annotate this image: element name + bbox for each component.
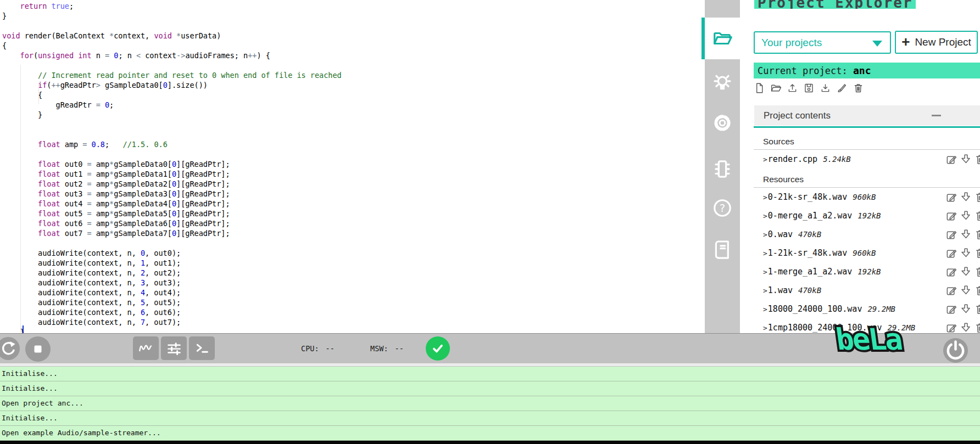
code-line: audioWrite(context, n, 2, out2); (0, 268, 702, 278)
projects-dropdown[interactable]: Your projects (754, 31, 891, 54)
cpu-meter: CPU:-- (301, 334, 335, 364)
file-name[interactable]: 1-merge_a1_a2.wav (768, 267, 853, 277)
edit-file-icon[interactable] (945, 228, 958, 241)
code-line: float out1 = amp*gSampleData1[0][gReadPt… (0, 169, 702, 179)
download-file-icon[interactable] (960, 303, 972, 316)
file-row[interactable]: >18000_24000_100.wav29.2MB (754, 300, 980, 318)
edit-file-icon[interactable] (945, 191, 958, 204)
edit-file-icon[interactable] (945, 247, 958, 260)
delete-file-icon[interactable] (974, 153, 980, 166)
file-actions (945, 266, 980, 278)
lightbulb-icon (711, 72, 733, 94)
download-icon[interactable] (820, 82, 831, 94)
tab-help[interactable]: ? (705, 192, 740, 224)
file-name[interactable]: 0-merge_a1_a2.wav (768, 211, 853, 221)
file-row[interactable]: >0.wav470kB (754, 225, 980, 244)
edit-file-icon[interactable] (945, 153, 958, 166)
project-file-toolbar (754, 82, 864, 94)
msw-label: MSW: (370, 344, 388, 353)
download-file-icon[interactable] (960, 191, 972, 204)
tab-examples[interactable] (705, 67, 740, 100)
file-name[interactable]: 18000_24000_100.wav (768, 304, 862, 314)
delete-file-icon[interactable] (974, 303, 980, 316)
code-line (0, 149, 702, 159)
download-file-icon[interactable] (960, 322, 972, 334)
save-icon[interactable] (803, 82, 815, 94)
mixer-button[interactable] (161, 336, 187, 360)
code-line: float amp = 0.8; //1.5. 0.6 (0, 139, 702, 149)
stop-button[interactable] (25, 336, 51, 362)
file-row[interactable]: >render.cpp5.24kB (754, 150, 980, 168)
open-folder-icon[interactable] (770, 82, 782, 94)
tab-documentation[interactable] (705, 233, 740, 267)
edit-file-icon[interactable] (945, 266, 958, 278)
tab-settings[interactable] (705, 106, 740, 139)
file-row[interactable]: >1-merge_a1_a2.wav192kB (754, 262, 980, 281)
msw-value: -- (395, 344, 404, 353)
file-row[interactable]: >0-merge_a1_a2.wav192kB (754, 206, 980, 225)
file-name[interactable]: 1-21k-sr_48k.wav (768, 248, 848, 258)
file-chevron: > (763, 212, 767, 220)
upload-icon[interactable] (787, 82, 798, 94)
plus-icon: + (901, 35, 910, 49)
delete-project-icon[interactable] (853, 82, 864, 94)
code-line: float out7 = amp*gSampleData7[0][gReadPt… (0, 228, 702, 238)
new-file-icon[interactable] (754, 82, 765, 94)
file-chevron: > (763, 268, 767, 276)
edit-file-icon[interactable] (945, 284, 958, 297)
console-line: Initialise... (0, 367, 980, 381)
file-actions (945, 228, 980, 241)
console-line: Initialise... (0, 381, 980, 396)
delete-file-icon[interactable] (974, 284, 980, 297)
terminal-icon (193, 340, 211, 357)
console-button[interactable] (189, 336, 215, 360)
download-file-icon[interactable] (960, 153, 972, 166)
download-file-icon[interactable] (960, 266, 972, 278)
run-button[interactable] (0, 337, 20, 360)
power-icon (943, 338, 968, 363)
scope-button[interactable] (133, 336, 159, 360)
code-line: audioWrite(context, n, 6, out6); (0, 307, 702, 317)
accent-rule (754, 126, 980, 128)
file-name[interactable]: 0.wav (768, 229, 793, 239)
download-file-icon[interactable] (960, 210, 972, 222)
edit-file-icon[interactable] (945, 210, 958, 222)
power-button[interactable] (943, 338, 968, 363)
tab-project-explorer[interactable] (705, 18, 740, 59)
code-line: audioWrite(context, n, 7, out7); (0, 317, 702, 327)
delete-file-icon[interactable] (974, 228, 980, 241)
download-file-icon[interactable] (960, 247, 972, 260)
tab-pin-diagram[interactable] (705, 151, 740, 187)
delete-file-icon[interactable] (974, 210, 980, 222)
collapse-dash-icon[interactable] (932, 115, 941, 116)
edit-file-icon[interactable] (945, 322, 958, 334)
panel-title-wrap: Project Explorer (754, 0, 916, 9)
new-project-label: New Project (915, 36, 971, 48)
indent-guide (38, 82, 39, 104)
download-file-icon[interactable] (960, 228, 972, 241)
file-name[interactable]: 0-21k-sr_48k.wav (768, 192, 848, 202)
file-name[interactable]: 1.wav (768, 285, 793, 295)
file-actions (945, 191, 980, 204)
clean-brush-icon[interactable] (836, 82, 848, 94)
new-project-button[interactable]: + New Project (895, 31, 978, 54)
delete-file-icon[interactable] (974, 266, 980, 278)
cpu-value: -- (326, 344, 335, 353)
edit-file-icon[interactable] (945, 303, 958, 316)
console-log: Initialise...Initialise...Open project a… (0, 367, 980, 441)
file-row[interactable]: >0-21k-sr_48k.wav960kB (754, 188, 980, 206)
project-contents-header[interactable]: Project contents (754, 105, 980, 126)
delete-file-icon[interactable] (974, 322, 980, 334)
code-editor[interactable]: return true;} void render(BelaContext *c… (0, 0, 702, 334)
file-row[interactable]: >1-21k-sr_48k.wav960kB (754, 244, 980, 262)
file-name[interactable]: render.cpp (768, 154, 817, 164)
file-actions (945, 322, 980, 334)
delete-file-icon[interactable] (974, 247, 980, 260)
projects-dropdown-value: Your projects (755, 37, 822, 49)
file-row[interactable]: >1.wav470kB (754, 281, 980, 300)
file-chevron: > (763, 324, 767, 332)
code-line: float out2 = amp*gSampleData2[0][gReadPt… (0, 179, 702, 189)
download-file-icon[interactable] (960, 284, 972, 297)
stop-icon (31, 342, 45, 356)
delete-file-icon[interactable] (974, 191, 980, 204)
